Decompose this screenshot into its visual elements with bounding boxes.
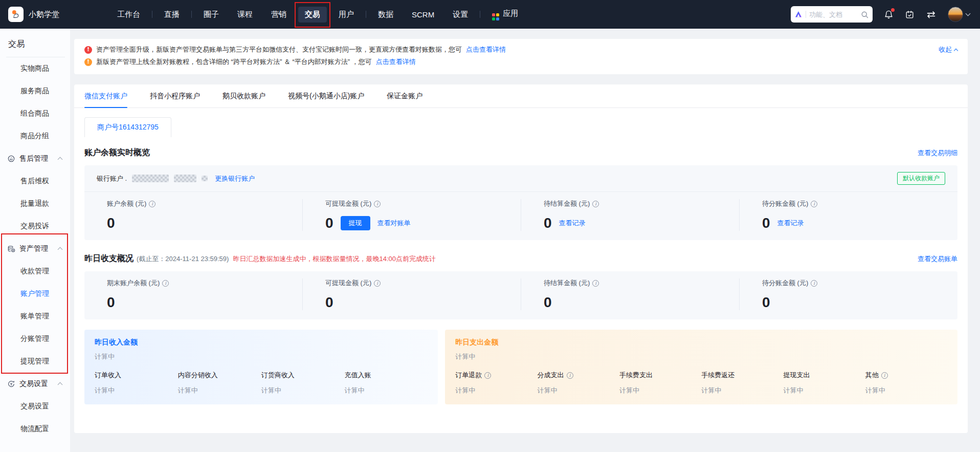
sidebar-item-withdraw-mgmt[interactable]: 提现管理 bbox=[0, 350, 70, 373]
pending-settle-value: 0 bbox=[544, 216, 552, 231]
col-label: 待分账金额 (元) bbox=[762, 199, 957, 208]
nav-item-course[interactable]: 课程 bbox=[231, 7, 259, 23]
redacted-bank-suffix bbox=[202, 176, 208, 181]
income-col-value: 计算中 bbox=[178, 386, 261, 395]
app-logo[interactable]: 小鹅学堂 bbox=[8, 7, 110, 22]
nav-item-users[interactable]: 用户 bbox=[332, 7, 361, 23]
info-icon[interactable] bbox=[881, 372, 888, 379]
swap-shop-icon[interactable] bbox=[926, 9, 937, 20]
info-icon[interactable] bbox=[592, 280, 599, 287]
col-label-text: 账户余额 (元) bbox=[107, 199, 146, 208]
tab-goose-coin[interactable]: 鹅贝收款账户 bbox=[222, 84, 265, 108]
aftersale-icon bbox=[7, 155, 15, 163]
search-input[interactable] bbox=[809, 11, 858, 18]
merchant-id-tab[interactable]: 商户号1614312795 bbox=[84, 117, 171, 137]
view-records-link[interactable]: 查看记录 bbox=[777, 219, 804, 228]
info-icon[interactable] bbox=[374, 201, 381, 207]
expense-col-other: 其他 计算中 bbox=[865, 371, 947, 395]
search-divider bbox=[806, 11, 806, 18]
balance-col-pending-settle: 待结算金额 (元) 0 查看记录 bbox=[521, 199, 739, 231]
info-icon[interactable] bbox=[567, 372, 573, 379]
info-icon[interactable] bbox=[811, 280, 817, 287]
sidebar-item-service-goods[interactable]: 服务商品 bbox=[0, 80, 70, 102]
col-label: 待结算金额 (元) bbox=[544, 199, 739, 208]
nav-item-marketing[interactable]: 营销 bbox=[264, 7, 293, 23]
withdraw-button[interactable]: 提现 bbox=[341, 216, 370, 230]
nav-item-live[interactable]: 直播 bbox=[158, 7, 186, 23]
summary-cards-row: 昨日收入金额 计算中 订单收入 计算中 内容分销收入 计算中 订货商收入 计算中 bbox=[84, 330, 957, 404]
sidebar-item-trade-settings[interactable]: 交易设置 bbox=[0, 395, 70, 418]
change-bank-link[interactable]: 更换银行账户 bbox=[215, 174, 255, 183]
alert-banner: ! 资产管理全面升级，新版资产管理交易账单与第三方平台如微信支付、支付宝记账时间… bbox=[74, 39, 968, 74]
nav-item-settings[interactable]: 设置 bbox=[446, 7, 475, 23]
user-menu[interactable] bbox=[948, 7, 970, 22]
alert-detail-link[interactable]: 点击查看详情 bbox=[376, 57, 416, 67]
income-col-order: 订单收入 计算中 bbox=[95, 371, 178, 395]
expense-col-withdraw: 提现支出 计算中 bbox=[783, 371, 865, 395]
balance-section-title: 账户余额实时概览 bbox=[84, 147, 150, 158]
view-statement-link[interactable]: 查看对账单 bbox=[377, 219, 411, 228]
sidebar-item-trade-complaint[interactable]: 交易投诉 bbox=[0, 215, 70, 238]
yesterday-pending-split-value: 0 bbox=[762, 295, 770, 310]
nav-item-circle[interactable]: 圈子 bbox=[197, 7, 226, 23]
collapse-button[interactable]: 收起 bbox=[939, 45, 957, 54]
nav-item-scrm[interactable]: SCRM bbox=[405, 7, 441, 22]
sidebar-item-logistics-config[interactable]: 物流配置 bbox=[0, 418, 70, 440]
withdrawable-value: 0 bbox=[325, 216, 333, 231]
sidebar-item-bill-mgmt[interactable]: 账单管理 bbox=[0, 305, 70, 328]
nav-item-apps[interactable]: 应用 bbox=[485, 6, 525, 24]
sidebar-item-split-mgmt[interactable]: 分账管理 bbox=[0, 328, 70, 350]
chevron-up-icon bbox=[954, 48, 958, 52]
payment-account-tabs: 微信支付账户 抖音小程序账户 鹅贝收款账户 视频号(小鹅通小店)账户 保证金账户 bbox=[74, 84, 968, 108]
shop-name: 小鹅学堂 bbox=[29, 10, 59, 19]
expense-col-label: 手续费返还 bbox=[701, 371, 734, 380]
sidebar-item-physical-goods[interactable]: 实物商品 bbox=[0, 57, 70, 80]
sidebar-item-account-mgmt[interactable]: 账户管理 bbox=[0, 283, 70, 305]
income-col-label: 充值入账 bbox=[344, 371, 371, 380]
sidebar-item-combo-goods[interactable]: 组合商品 bbox=[0, 102, 70, 125]
income-card-title: 昨日收入金额 bbox=[95, 338, 428, 347]
nav-item-workbench[interactable]: 工作台 bbox=[110, 7, 147, 23]
info-icon[interactable] bbox=[592, 201, 599, 207]
sidebar-item-collection-mgmt[interactable]: 收款管理 bbox=[0, 260, 70, 283]
search-icon[interactable] bbox=[861, 11, 868, 18]
col-label-text: 可提现金额 (元) bbox=[325, 278, 371, 288]
info-icon[interactable] bbox=[811, 201, 817, 207]
notification-red-dot bbox=[891, 8, 895, 12]
expense-col-label: 手续费支出 bbox=[619, 371, 653, 380]
income-col-recharge: 充值入账 计算中 bbox=[344, 371, 428, 395]
income-col-label: 内容分销收入 bbox=[178, 371, 218, 380]
info-icon[interactable] bbox=[374, 280, 381, 287]
expense-col-label: 订单退款 bbox=[455, 371, 482, 380]
sidebar-group-asset-header[interactable]: 资产管理 bbox=[0, 238, 70, 260]
sidebar-item-aftersale-rights[interactable]: 售后维权 bbox=[0, 170, 70, 192]
calendar-icon[interactable] bbox=[905, 10, 915, 19]
tab-video-channel[interactable]: 视频号(小鹅通小店)账户 bbox=[288, 84, 364, 108]
sidebar-group-trade-settings-label: 交易设置 bbox=[19, 379, 48, 389]
view-transaction-detail-link[interactable]: 查看交易明细 bbox=[918, 148, 957, 158]
sidebar-title: 交易 bbox=[0, 29, 70, 57]
view-records-link[interactable]: 查看记录 bbox=[559, 219, 586, 228]
view-trade-bill-link[interactable]: 查看交易账单 bbox=[918, 254, 957, 264]
yesterday-columns: 期末账户余额 (元) 0 可提现金额 (元) 0 待结算金额 (元) bbox=[84, 271, 957, 319]
sidebar-group-trade-settings-header[interactable]: 交易设置 bbox=[0, 373, 70, 395]
sidebar-item-goods-group[interactable]: 商品分组 bbox=[0, 125, 70, 147]
info-icon[interactable] bbox=[149, 201, 155, 207]
tab-wechat-pay[interactable]: 微信支付账户 bbox=[84, 84, 127, 108]
collapse-label: 收起 bbox=[939, 45, 952, 54]
cutoff-timestamp: (截止至：2024-11-21 23:59:59) bbox=[137, 254, 229, 264]
alert-detail-link[interactable]: 点击查看详情 bbox=[466, 45, 506, 55]
info-icon[interactable] bbox=[484, 372, 491, 379]
nav-item-data[interactable]: 数据 bbox=[371, 7, 400, 23]
nav-item-trade[interactable]: 交易 bbox=[298, 7, 327, 23]
info-icon[interactable] bbox=[162, 280, 169, 287]
sidebar-item-batch-refund[interactable]: 批量退款 bbox=[0, 192, 70, 215]
tab-deposit[interactable]: 保证金账户 bbox=[387, 84, 422, 108]
sidebar-group-aftersale-header[interactable]: 售后管理 bbox=[0, 147, 70, 170]
yesterday-col-pending-split: 待分账金额 (元) 0 bbox=[739, 278, 957, 310]
notification-bell-icon[interactable] bbox=[884, 10, 894, 19]
global-search[interactable] bbox=[791, 6, 873, 23]
nav-divider bbox=[366, 11, 366, 18]
nav-divider bbox=[152, 11, 152, 18]
tab-douyin-miniapp[interactable]: 抖音小程序账户 bbox=[150, 84, 200, 108]
